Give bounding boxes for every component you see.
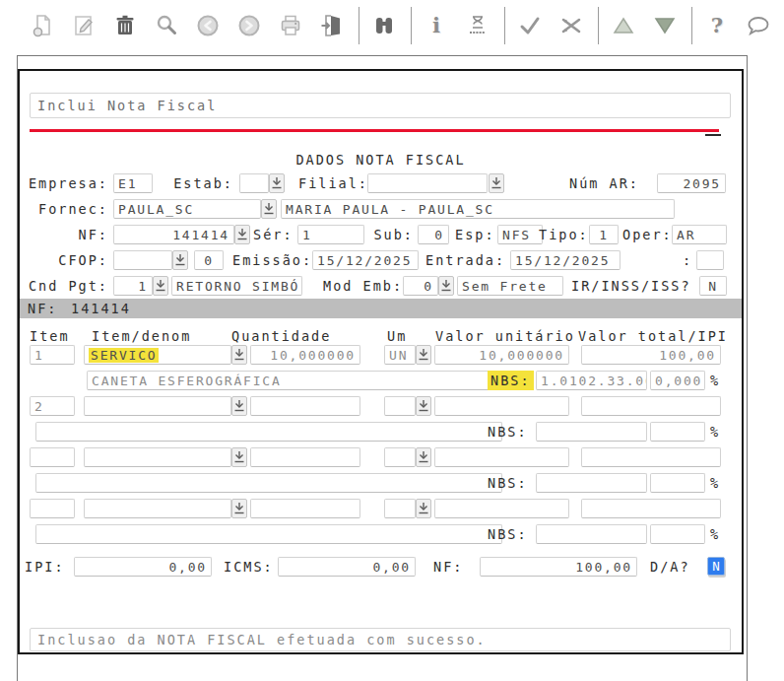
item-um-dropdown-button[interactable] <box>416 499 431 518</box>
nbs-percent-field[interactable] <box>650 473 705 493</box>
cfop-aux-field[interactable]: 0 <box>194 250 224 270</box>
nf-total-field[interactable]: 100,00 <box>480 557 637 577</box>
entrada-field[interactable]: 15/12/2025 <box>510 250 621 270</box>
nf-field[interactable]: 141414 <box>113 225 234 244</box>
item-number-field[interactable] <box>30 447 75 467</box>
help-button[interactable]: ? <box>704 13 730 38</box>
item-denom-dropdown-button[interactable] <box>231 345 247 365</box>
nbs-percent-field[interactable]: 0,000 <box>650 371 705 390</box>
ipi-field[interactable]: 0,00 <box>74 557 212 577</box>
item-unit-value-field[interactable] <box>434 447 569 467</box>
comment-button[interactable] <box>746 13 771 38</box>
confirm-button[interactable] <box>517 13 543 38</box>
item-qty-field[interactable]: 10,000000 <box>250 345 360 365</box>
item-um-dropdown-button[interactable] <box>416 396 431 416</box>
item-desc-field[interactable] <box>35 473 502 493</box>
cancel-button[interactable] <box>558 13 584 38</box>
ser-label: Sér: <box>253 225 296 244</box>
nbs-percent-field[interactable] <box>650 422 705 442</box>
dropdown-arrow-icon <box>234 400 244 412</box>
item-denom-field[interactable] <box>84 396 231 416</box>
cfop-dropdown-button[interactable] <box>172 250 188 270</box>
item-qty-field[interactable] <box>250 447 360 467</box>
delete-record-button[interactable] <box>112 13 138 38</box>
item-denom-dropdown-button[interactable] <box>231 396 247 416</box>
new-record-button[interactable] <box>30 13 55 38</box>
cfop-field[interactable] <box>113 250 172 270</box>
da-field[interactable]: N <box>707 557 725 576</box>
info-button[interactable]: i <box>424 13 449 38</box>
item-denom-field[interactable] <box>84 447 231 467</box>
fornec-dropdown-button[interactable] <box>261 199 277 219</box>
help-question-icon: ? <box>711 13 723 38</box>
item-unit-value-field[interactable] <box>434 396 569 416</box>
exit-button[interactable] <box>319 13 345 38</box>
filial-field[interactable] <box>367 173 488 193</box>
item-number-field[interactable] <box>30 499 75 518</box>
estab-dropdown-button[interactable] <box>269 173 285 193</box>
estab-field[interactable] <box>239 173 269 193</box>
item-total-field[interactable]: 100,00 <box>581 345 721 365</box>
filial-dropdown-button[interactable] <box>489 173 504 193</box>
ser-field[interactable]: 1 <box>297 225 364 244</box>
nbs-field[interactable]: 1.0102.33.00 <box>536 371 647 390</box>
hora-field[interactable] <box>696 250 724 270</box>
mod-emb-dropdown-button[interactable] <box>438 276 454 296</box>
search-button[interactable] <box>154 13 179 38</box>
item-denom-field[interactable] <box>84 499 231 518</box>
item-number-field[interactable]: 2 <box>30 396 75 416</box>
nbs-field[interactable] <box>536 422 647 442</box>
cnd-pgt-dropdown-button[interactable] <box>153 276 168 296</box>
item-denom-field[interactable]: SERVICO <box>84 345 231 365</box>
nbs-field[interactable] <box>536 473 647 493</box>
icms-field[interactable]: 0,00 <box>278 557 416 577</box>
item-denom-dropdown-button[interactable] <box>231 447 247 467</box>
find-button[interactable] <box>371 13 397 38</box>
pending-tasks-button[interactable] <box>465 13 490 38</box>
item-total-field[interactable] <box>581 447 721 467</box>
item-denom-dropdown-button[interactable] <box>231 499 247 518</box>
item-um-field[interactable]: UN <box>384 345 416 365</box>
cnd-pgt-label: Cnd Pgt: <box>25 276 108 296</box>
item-unit-value-field[interactable]: 10,000000 <box>434 345 569 365</box>
nbs-label: NBS: <box>488 473 528 493</box>
item-um-field[interactable] <box>384 447 416 467</box>
emissao-field[interactable]: 15/12/2025 <box>312 250 419 270</box>
nf-dropdown-button[interactable] <box>234 225 250 244</box>
item-um-dropdown-button[interactable] <box>416 345 431 365</box>
item-desc-field[interactable]: CANETA ESFEROGRÁFICA <box>87 371 502 390</box>
sub-field[interactable]: 0 <box>418 225 449 244</box>
next-record-button[interactable] <box>236 13 262 38</box>
fornec-code-field[interactable]: PAULA_SC <box>113 199 261 219</box>
esp-field[interactable]: NFS <box>497 225 543 244</box>
num-ar-field[interactable]: 2095 <box>657 173 726 193</box>
item-um-field[interactable] <box>384 396 416 416</box>
ir-inss-iss-field[interactable]: N <box>699 276 727 296</box>
item-desc-field[interactable] <box>35 422 502 442</box>
nota-fiscal-dialog: Inclui Nota Fiscal DADOS NOTA FISCAL Emp… <box>18 69 744 654</box>
header-item: Item <box>30 326 70 346</box>
move-up-button[interactable] <box>611 13 636 38</box>
item-qty-field[interactable] <box>250 396 360 416</box>
item-total-field[interactable] <box>581 499 721 518</box>
dropdown-arrow-icon <box>234 451 244 463</box>
tipo-field[interactable]: 1 <box>589 225 619 244</box>
item-number-field[interactable]: 1 <box>30 345 75 365</box>
empresa-field[interactable]: E1 <box>113 173 153 193</box>
mod-emb-field[interactable]: 0 <box>403 276 438 296</box>
edit-record-button[interactable] <box>71 13 97 38</box>
nbs-field[interactable] <box>536 524 647 544</box>
move-down-button[interactable] <box>652 13 678 38</box>
nbs-percent-field[interactable] <box>650 524 705 544</box>
item-qty-field[interactable] <box>250 499 360 518</box>
dropdown-arrow-icon <box>237 229 247 240</box>
item-unit-value-field[interactable] <box>434 499 569 518</box>
item-um-dropdown-button[interactable] <box>416 447 431 467</box>
item-um-field[interactable] <box>384 499 416 518</box>
item-desc-field[interactable] <box>35 524 502 544</box>
previous-record-button[interactable] <box>195 13 221 38</box>
print-button[interactable] <box>278 13 303 38</box>
cnd-pgt-field[interactable]: 1 <box>113 276 153 296</box>
item-total-field[interactable] <box>581 396 721 416</box>
oper-field[interactable]: AR <box>672 225 727 244</box>
